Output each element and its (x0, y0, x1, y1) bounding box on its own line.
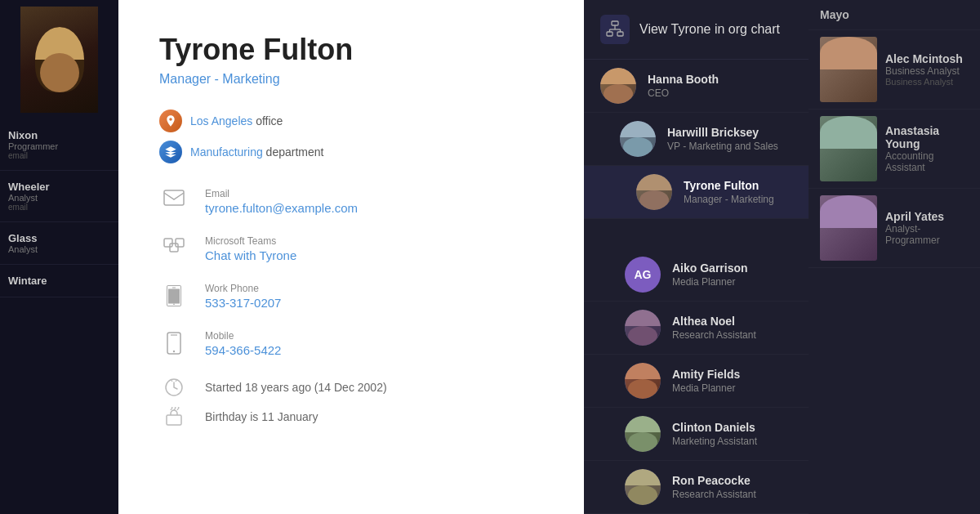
person-name: Tyrone Fulton (159, 33, 543, 67)
harwilll-info: Harwilll Bricksey VP - Marketing and Sal… (667, 126, 778, 152)
ron-info: Ron Peacocke Research Assistant (672, 474, 756, 500)
ron-name: Ron Peacocke (672, 474, 756, 487)
mobile-content: Mobile 594-366-5422 (205, 330, 281, 358)
email-content: Email tyrone.fulton@example.com (205, 188, 358, 216)
bg-person-2[interactable]: Wheeler Analyst email (0, 171, 118, 222)
ron-avatar (625, 469, 661, 505)
department-link[interactable]: Manufacturing (190, 145, 263, 159)
mobile-value[interactable]: 594-366-5422 (205, 343, 281, 357)
contact-section: Email tyrone.fulton@example.com Microsof… (159, 188, 543, 358)
bg-right-mayo: Mayo (808, 0, 980, 30)
tyrone-avatar (636, 174, 672, 210)
svg-rect-10 (607, 32, 612, 36)
org-header-left: View Tyrone in org chart (600, 15, 780, 44)
clinton-role: Marketing Assistant (672, 436, 757, 447)
location-icon (159, 110, 182, 132)
hanna-name: Hanna Booth (648, 73, 719, 86)
bg-right-anastasia: Anastasia Young Accounting Assistant (808, 110, 980, 189)
harwilll-avatar (620, 121, 656, 157)
teams-item: Microsoft Teams Chat with Tyrone (159, 235, 543, 263)
phone-icon (159, 283, 189, 307)
person-detail-card: Tyrone Fulton Manager - Marketing Los An… (118, 0, 584, 514)
bg-right-april: April Yates Analyst-Programmer (808, 189, 980, 268)
bg-person-3[interactable]: Glass Analyst (0, 222, 118, 265)
svg-rect-9 (612, 21, 618, 25)
amity-role: Media Planner (672, 382, 740, 394)
ron-role: Research Assistant (672, 489, 756, 500)
mobile-item: Mobile 594-366-5422 (159, 330, 543, 358)
person-title: Manager - Marketing (159, 72, 543, 87)
hanna-role: CEO (648, 87, 719, 99)
bg-right-panel: Mayo Alec Mcintosh Business Analyst Busi… (808, 0, 980, 514)
hanna-avatar (600, 68, 636, 104)
clinton-name: Clinton Daniels (672, 421, 757, 434)
bg-person-4[interactable]: Wintare (0, 265, 118, 297)
aiko-name: Aiko Garrison (672, 261, 748, 275)
teams-icon (159, 235, 189, 258)
birthday-item: Birthday is 11 January (159, 407, 543, 427)
harwilll-role: VP - Marketing and Sales (667, 141, 778, 152)
location-suffix: office (256, 114, 283, 127)
org-title: View Tyrone in org chart (639, 22, 780, 37)
althea-name: Althea Noel (672, 315, 756, 328)
amity-avatar (625, 363, 661, 399)
aiko-info: Aiko Garrison Media Planner (672, 261, 748, 288)
phone-value[interactable]: 533-317-0207 (205, 296, 281, 310)
started-item: Started 18 years ago (14 Dec 2002) (159, 378, 543, 397)
harwilll-name: Harwilll Bricksey (667, 126, 778, 139)
althea-role: Research Assistant (672, 329, 756, 341)
location-dept-section: Los Angeles office Manufacturing departm… (159, 110, 543, 163)
svg-rect-2 (176, 239, 184, 247)
clinton-info: Clinton Daniels Marketing Assistant (672, 421, 757, 447)
department-item[interactable]: Manufacturing department (159, 141, 543, 163)
location-link[interactable]: Los Angeles (190, 114, 252, 127)
location-item[interactable]: Los Angeles office (159, 110, 543, 132)
phone-item: Work Phone 533-317-0207 (159, 283, 543, 311)
althea-info: Althea Noel Research Assistant (672, 315, 756, 341)
email-icon (159, 188, 189, 206)
svg-rect-1 (164, 239, 172, 247)
clinton-avatar (625, 416, 661, 452)
teams-label: Microsoft Teams (205, 235, 296, 247)
amity-name: Amity Fields (672, 368, 740, 381)
started-text: Started 18 years ago (14 Dec 2002) (205, 381, 387, 394)
svg-rect-11 (617, 32, 623, 36)
email-label: Email (205, 188, 358, 199)
tyrone-name: Tyrone Fulton (684, 179, 774, 192)
svg-rect-3 (170, 244, 178, 252)
teams-link[interactable]: Chat with Tyrone (205, 248, 296, 262)
amity-info: Amity Fields Media Planner (672, 368, 740, 394)
aiko-role: Media Planner (672, 276, 748, 288)
department-suffix: department (266, 145, 324, 159)
bg-left-panel: Nixon Programmer email Wheeler Analyst e… (0, 0, 118, 514)
phone-content: Work Phone 533-317-0207 (205, 283, 281, 311)
teams-content: Microsoft Teams Chat with Tyrone (205, 235, 296, 263)
org-tree-icon (600, 15, 630, 44)
email-item: Email tyrone.fulton@example.com (159, 188, 543, 216)
mobile-icon (159, 330, 189, 355)
started-icon (159, 378, 189, 397)
birthday-text: Birthday is 11 January (205, 410, 318, 423)
hanna-info: Hanna Booth CEO (648, 73, 719, 99)
email-value[interactable]: tyrone.fulton@example.com (205, 201, 358, 215)
tyrone-role: Manager - Marketing (684, 194, 774, 205)
bg-person-1[interactable]: Nixon Programmer email (0, 119, 118, 171)
althea-avatar (625, 310, 661, 346)
bg-right-alec: Alec Mcintosh Business Analyst Business … (808, 30, 980, 110)
aiko-avatar: AG (625, 257, 661, 293)
mobile-label: Mobile (205, 330, 281, 342)
svg-rect-0 (164, 190, 184, 205)
department-icon (159, 141, 182, 163)
phone-label: Work Phone (205, 283, 281, 294)
tyrone-info: Tyrone Fulton Manager - Marketing (684, 179, 774, 205)
svg-rect-8 (167, 415, 181, 425)
svg-point-6 (173, 351, 175, 352)
birthday-icon (159, 407, 189, 427)
